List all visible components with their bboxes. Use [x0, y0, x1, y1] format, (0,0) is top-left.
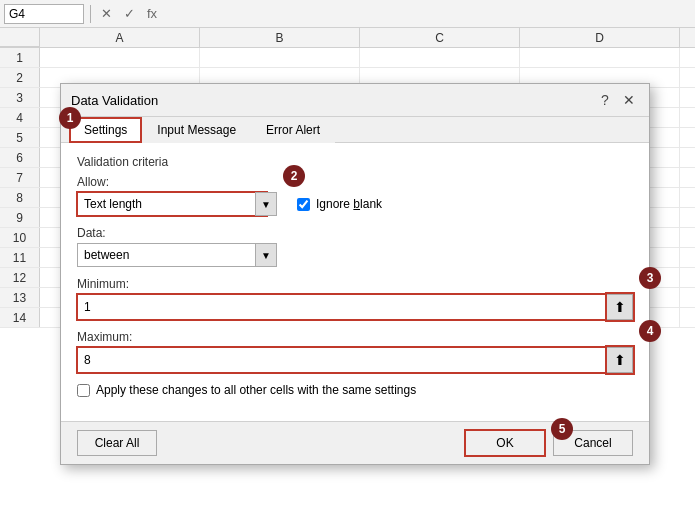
- header-corner: [0, 28, 40, 47]
- tab-error-alert-label: Error Alert: [266, 123, 320, 137]
- excel-background: G4 ✕ ✓ fx A B C D E 1 2 3 4 5 6 7 8 9 10: [0, 0, 695, 532]
- badge-4: 4: [639, 320, 661, 342]
- formula-input[interactable]: [165, 4, 691, 24]
- row-header-8: 8: [0, 188, 40, 207]
- cell[interactable]: [680, 248, 695, 267]
- row-header-12: 12: [0, 268, 40, 287]
- data-row: Data: between ▼: [77, 226, 633, 267]
- apply-all-checkbox[interactable]: [77, 384, 90, 397]
- cell-reference-box[interactable]: G4: [4, 4, 84, 24]
- minimum-group: Minimum: ⬆ 3: [77, 277, 633, 320]
- maximum-spin-button[interactable]: ⬆: [607, 347, 633, 373]
- cell[interactable]: [680, 148, 695, 167]
- data-select[interactable]: between: [77, 243, 267, 267]
- cell[interactable]: [360, 48, 520, 67]
- dialog-title-bar: Data Validation ? ✕: [61, 84, 649, 117]
- row-header-7: 7: [0, 168, 40, 187]
- cell[interactable]: [680, 88, 695, 107]
- ignore-blank-row: Ignore blank: [297, 175, 382, 211]
- cell[interactable]: [680, 208, 695, 227]
- badge-3: 3: [639, 267, 661, 289]
- tab-settings-label: Settings: [84, 123, 127, 137]
- dialog-controls: ? ✕: [595, 90, 639, 110]
- row-header-3: 3: [0, 88, 40, 107]
- badge-5: 5: [551, 418, 573, 440]
- col-header-e: E: [680, 28, 695, 47]
- cell[interactable]: [680, 288, 695, 307]
- cell[interactable]: [680, 308, 695, 327]
- row-header-5: 5: [0, 128, 40, 147]
- validation-criteria-label: Validation criteria: [77, 155, 633, 169]
- row-header-4: 4: [0, 108, 40, 127]
- maximum-row: Maximum: ⬆ 4: [77, 330, 633, 373]
- col-header-d: D: [520, 28, 680, 47]
- cell[interactable]: [680, 268, 695, 287]
- ok-button[interactable]: OK: [465, 430, 545, 456]
- cell[interactable]: [200, 48, 360, 67]
- col-header-c: C: [360, 28, 520, 47]
- allow-row: Allow: Text length ▼ 2 Ignore blank: [77, 175, 633, 216]
- cell[interactable]: [520, 48, 680, 67]
- ignore-blank-checkbox[interactable]: [297, 198, 310, 211]
- cell[interactable]: [680, 108, 695, 127]
- clear-all-button[interactable]: Clear All: [77, 430, 157, 456]
- table-row: 1: [0, 48, 695, 68]
- cell[interactable]: [40, 48, 200, 67]
- maximum-label: Maximum:: [77, 330, 633, 344]
- row-header-2: 2: [0, 68, 40, 87]
- data-label: Data:: [77, 226, 277, 240]
- close-button[interactable]: ✕: [619, 90, 639, 110]
- tab-error-alert[interactable]: Error Alert: [251, 117, 335, 143]
- maximum-group: Maximum: ⬆ 4: [77, 330, 633, 373]
- minimum-input-wrapper: ⬆: [77, 294, 633, 320]
- formula-bar: G4 ✕ ✓ fx: [0, 0, 695, 28]
- col-header-a: A: [40, 28, 200, 47]
- allow-select[interactable]: Text length: [77, 192, 267, 216]
- help-button[interactable]: ?: [595, 90, 615, 110]
- tab-input-message[interactable]: Input Message: [142, 117, 251, 143]
- minimum-row: Minimum: ⬆ 3: [77, 277, 633, 320]
- footer-right-buttons: OK 5 Cancel: [465, 430, 633, 456]
- minimum-input[interactable]: [77, 294, 607, 320]
- row-header-14: 14: [0, 308, 40, 327]
- row-header-9: 9: [0, 208, 40, 227]
- ignore-blank-label: Ignore blank: [316, 197, 382, 211]
- cell[interactable]: [680, 168, 695, 187]
- dialog-title: Data Validation: [71, 93, 158, 108]
- cancel-formula-icon[interactable]: ✕: [97, 6, 116, 21]
- data-validation-dialog: Data Validation ? ✕ Settings 1 Input Mes…: [60, 83, 650, 465]
- confirm-formula-icon[interactable]: ✓: [120, 6, 139, 21]
- tab-input-message-label: Input Message: [157, 123, 236, 137]
- row-header-10: 10: [0, 228, 40, 247]
- apply-all-label: Apply these changes to all other cells w…: [96, 383, 416, 397]
- column-header-row: A B C D E: [0, 28, 695, 48]
- cell[interactable]: [680, 68, 695, 87]
- data-select-wrapper: between ▼: [77, 243, 277, 267]
- row-header-11: 11: [0, 248, 40, 267]
- dialog-footer: Clear All OK 5 Cancel: [61, 421, 649, 464]
- minimum-label: Minimum:: [77, 277, 633, 291]
- minimum-spin-button[interactable]: ⬆: [607, 294, 633, 320]
- row-header-6: 6: [0, 148, 40, 167]
- apply-checkbox-row: Apply these changes to all other cells w…: [77, 383, 633, 397]
- cell-ref-value: G4: [9, 7, 25, 21]
- allow-group: Allow: Text length ▼ 2: [77, 175, 277, 216]
- maximum-input[interactable]: [77, 347, 607, 373]
- cell[interactable]: [680, 228, 695, 247]
- allow-label: Allow:: [77, 175, 277, 189]
- maximum-input-wrapper: ⬆: [77, 347, 633, 373]
- badge-2: 2: [283, 165, 305, 187]
- row-header-13: 13: [0, 288, 40, 307]
- dialog-tabs: Settings 1 Input Message Error Alert: [61, 117, 649, 143]
- col-header-b: B: [200, 28, 360, 47]
- cell[interactable]: [680, 48, 695, 67]
- badge-1: 1: [59, 107, 81, 129]
- fx-icon: fx: [143, 6, 161, 21]
- dialog-body: Validation criteria Allow: Text length ▼…: [61, 143, 649, 421]
- cell[interactable]: [680, 188, 695, 207]
- formula-separator: [90, 5, 91, 23]
- cell[interactable]: [680, 128, 695, 147]
- row-header-1: 1: [0, 48, 40, 67]
- allow-select-wrapper: Text length ▼: [77, 192, 277, 216]
- data-group: Data: between ▼: [77, 226, 277, 267]
